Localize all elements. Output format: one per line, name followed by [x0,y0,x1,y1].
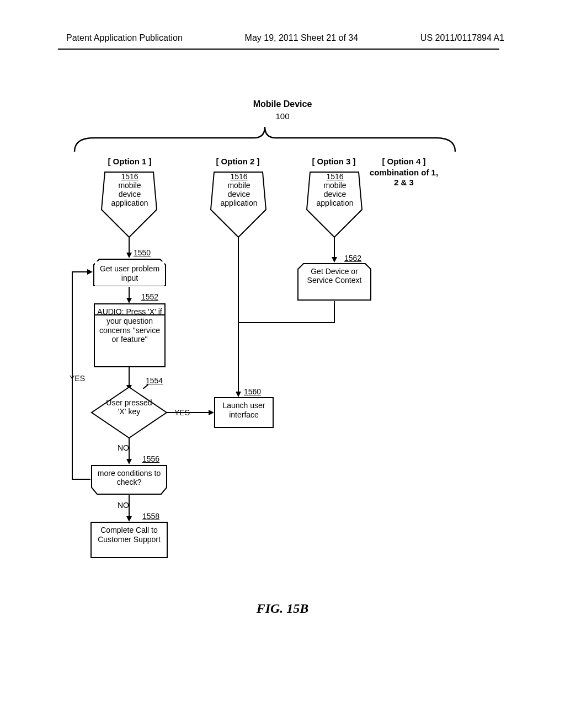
node-1558: Complete Call to Customer Support [90,522,168,558]
label-1556-yes: YES [70,374,85,383]
node-1556: more conditions to check? [96,469,162,486]
diagram-title: Mobile Device [0,99,565,109]
ref-1556: 1556 [142,454,159,463]
node-1550: Get user problem input [95,261,164,286]
arrow-app1-1550 [126,253,132,258]
line-1550-1552 [129,287,130,299]
line-1556-loop-c [72,271,88,272]
arrow-1554-1560 [209,410,214,415]
ref-1554: 1554 [146,376,163,385]
app-text-1a: mobile [118,181,141,190]
app-connector-3: 1516 mobile device application [307,172,363,207]
arrow-app2-1560 [236,392,241,397]
node-1560: Launch user interface [214,397,274,428]
line-1556-loop-a [72,479,90,480]
ref-1552: 1552 [141,292,158,301]
arrow-app3-1562 [332,257,337,263]
app-text-1b: device [119,190,141,199]
arrow-1550-1552 [126,298,132,303]
option-2-label: [ Option 2 ] [207,157,268,166]
line-1562-1560-a [334,301,335,323]
line-app3-1562 [334,237,335,258]
node-1552-divider [94,314,166,315]
ref-1558: 1558 [142,512,159,521]
ref-1550: 1550 [134,248,151,257]
option-1-label: [ Option 1 ] [99,157,160,166]
ref-1560: 1560 [244,387,261,396]
app-text-2c: application [221,199,258,207]
label-1554-yes: YES [174,408,190,417]
app-text-3c: application [317,199,354,207]
app-text-3b: device [324,190,346,199]
node-1556-text: more conditions to check? [98,469,161,486]
publication-number: US 2011/0117894 A1 [420,33,504,43]
node-1558-text: Complete Call to Customer Support [98,526,161,544]
flowchart-diagram: Mobile Device 100 [ Option 1 ] [ Option … [0,99,565,651]
node-1552: AUDIO: Press 'X' if your question concer… [94,303,166,367]
line-app1-1550 [129,237,130,254]
publication-type: Patent Application Publication [66,33,183,43]
option-4-label: [ Option 4 ] [371,157,437,166]
header-rule [58,49,499,50]
node-1550-text: Get user problem input [100,264,159,282]
app-connector-2: 1516 mobile device application [211,172,266,207]
app-connector-1: 1516 mobile device application [102,172,157,207]
label-1556-no: NO [118,501,129,510]
date-sheet: May 19, 2011 Sheet 21 of 34 [245,33,358,43]
app-ref-3: 1516 [326,172,343,181]
diagram-ref: 100 [0,111,565,121]
node-1554: User pressed 'X' key [102,398,157,416]
line-1552-1554 [129,367,130,386]
app-ref-1: 1516 [121,172,138,181]
app-text-1c: application [111,199,148,207]
app-text-3a: mobile [323,181,346,190]
node-1552-text: AUDIO: Press 'X' if your question concer… [97,307,162,344]
node-1562: Get Device or Service Context [301,267,367,285]
app-text-2b: device [228,190,250,199]
arrow-1556-1558 [126,516,132,522]
node-1560-text: Launch user interface [222,401,265,419]
node-1562-text: Get Device or Service Context [307,267,362,285]
arrow-1554-1556 [126,459,132,464]
ref-1562: 1562 [344,254,361,263]
option-3-label: [ Option 3 ] [303,157,364,166]
page-header: Patent Application Publication May 19, 2… [0,33,565,43]
figure-caption: FIG. 15B [0,601,565,616]
curly-brace [72,121,458,154]
app-ref-2: 1516 [230,172,247,181]
label-1554-no: NO [118,443,129,452]
line-1562-1560-b [238,322,335,323]
app-text-2a: mobile [227,181,250,190]
arrow-1556-loop [87,269,93,275]
line-app2-1560 [238,237,239,393]
node-1554-text: User pressed 'X' key [106,398,152,416]
option-4-sublabel: combination of 1, 2 & 3 [367,168,440,188]
